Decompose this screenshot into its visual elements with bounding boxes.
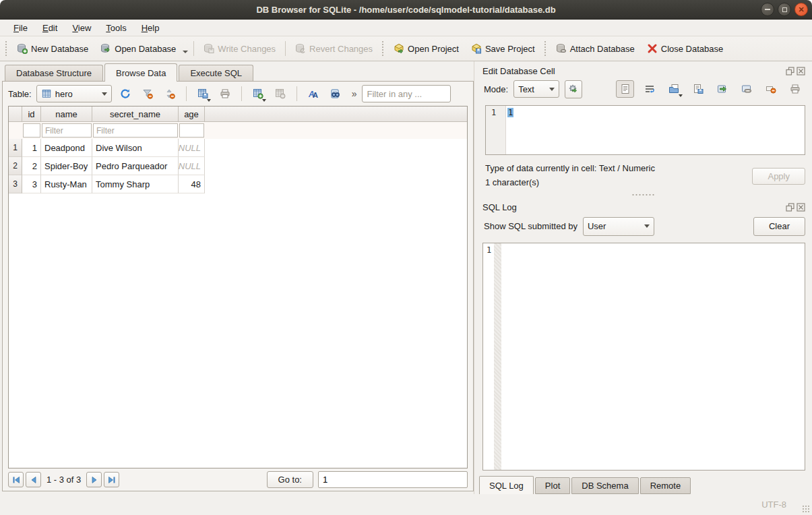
clear-sorting-button[interactable]	[161, 85, 179, 102]
float-dock-icon[interactable]	[786, 67, 794, 75]
last-record-button[interactable]	[104, 472, 119, 487]
save-table-button[interactable]	[194, 85, 212, 102]
refresh-button[interactable]	[117, 85, 134, 102]
open-database-dropdown-caret[interactable]	[183, 51, 188, 53]
word-wrap-button[interactable]	[640, 80, 658, 98]
column-header-id[interactable]: id	[22, 107, 41, 121]
cell-secret-name[interactable]: Tommy Sharp	[92, 175, 179, 193]
resize-grip[interactable]	[802, 505, 810, 513]
column-header-age[interactable]: age	[179, 107, 205, 121]
sql-source-select[interactable]: User	[583, 217, 654, 236]
toolbar-grip[interactable]	[544, 40, 547, 57]
table-row[interactable]: 3 3 Rusty-Man Tommy Sharp 48	[9, 175, 467, 193]
table-select[interactable]: hero	[36, 85, 112, 102]
font-settings-button[interactable]: AA	[305, 85, 322, 102]
tab-db-schema[interactable]: DB Schema	[571, 477, 638, 494]
tab-plot[interactable]: Plot	[535, 477, 570, 494]
clear-log-button[interactable]: Clear	[753, 217, 805, 236]
menu-view[interactable]: View	[65, 22, 98, 34]
first-record-button[interactable]	[8, 472, 24, 487]
float-dock-icon[interactable]	[786, 203, 794, 212]
next-record-button[interactable]	[86, 472, 102, 487]
sql-log-editor[interactable]: 1	[482, 243, 805, 471]
tab-sql-log[interactable]: SQL Log	[479, 476, 534, 494]
link-cell-button[interactable]	[737, 80, 755, 98]
close-button[interactable]: ✕	[794, 3, 808, 16]
close-dock-icon[interactable]	[797, 203, 805, 212]
menu-file[interactable]: File	[7, 22, 34, 34]
filter-input-age[interactable]	[179, 123, 204, 138]
chevron-down-icon	[644, 224, 650, 228]
cell-editor-content[interactable]: 1	[506, 106, 805, 154]
save-project-button[interactable]: Save Project	[466, 40, 540, 57]
cell-id[interactable]: 3	[22, 175, 41, 193]
toolbar-grip[interactable]	[5, 40, 8, 57]
grid-corner-cell[interactable]	[9, 107, 22, 121]
close-dock-icon[interactable]	[797, 67, 805, 75]
edit-cell-toolbar: Mode: Text	[478, 78, 807, 100]
new-database-icon	[17, 43, 28, 54]
close-database-button[interactable]: Close Database	[642, 40, 729, 57]
tab-execute-sql[interactable]: Execute SQL	[179, 65, 253, 81]
menu-tools[interactable]: Tools	[99, 22, 133, 34]
column-header-name[interactable]: name	[41, 107, 92, 121]
column-header-secret-name[interactable]: secret_name	[92, 107, 179, 121]
toolbar-overflow-chevron[interactable]: »	[352, 88, 357, 99]
cell-secret-name[interactable]: Pedro Parqueador	[92, 157, 179, 175]
table-row[interactable]: 1 1 Deadpond Dive Wilson NULL	[9, 139, 467, 157]
filter-input-name[interactable]	[42, 123, 92, 138]
filter-input-id[interactable]	[23, 123, 40, 138]
table-row[interactable]: 2 2 Spider-Boy Pedro Parqueador NULL	[9, 157, 467, 175]
goto-button[interactable]: Go to:	[267, 471, 313, 488]
cell-name[interactable]: Spider-Boy	[41, 157, 92, 175]
goto-record-input[interactable]	[318, 471, 468, 488]
cell-age[interactable]: NULL	[179, 157, 205, 175]
cell-secret-name[interactable]: Dive Wilson	[92, 139, 179, 157]
cell-name[interactable]: Rusty-Man	[41, 175, 92, 193]
right-pane: Edit Database Cell Mode: Text	[477, 61, 812, 494]
cell-age[interactable]: 48	[179, 175, 205, 193]
mode-select[interactable]: Text	[513, 80, 559, 98]
filter-any-column-input[interactable]	[362, 85, 451, 102]
cell-editor-icons	[616, 80, 804, 98]
clear-filters-button[interactable]	[139, 85, 156, 102]
new-database-button[interactable]: New Database	[11, 40, 94, 57]
tab-database-structure[interactable]: Database Structure	[5, 65, 103, 81]
cell-name[interactable]: Deadpond	[41, 139, 92, 157]
horizontal-splitter[interactable]	[478, 190, 807, 200]
row-number[interactable]: 3	[9, 175, 22, 193]
previous-record-button[interactable]	[26, 472, 41, 487]
encoding-indicator[interactable]: UTF-8	[761, 499, 786, 510]
auto-switch-mode-button[interactable]	[565, 80, 582, 98]
open-database-button[interactable]: Open Database	[95, 40, 181, 57]
toolbar-grip[interactable]	[381, 40, 385, 57]
filter-input-secret-name[interactable]	[93, 123, 178, 138]
find-in-table-button[interactable]	[327, 85, 344, 102]
maximize-button[interactable]	[778, 3, 791, 16]
cell-id[interactable]: 2	[22, 157, 41, 175]
apply-data-button[interactable]	[713, 80, 731, 98]
table-label: Table:	[8, 89, 32, 99]
minimize-button[interactable]	[761, 3, 774, 16]
row-number[interactable]: 1	[9, 139, 22, 157]
open-project-button[interactable]: Open Project	[388, 40, 464, 57]
insert-record-button[interactable]	[249, 85, 267, 102]
attach-database-button[interactable]: Attach Database	[551, 40, 640, 57]
print-cell-button[interactable]	[786, 80, 804, 98]
tab-browse-data[interactable]: Browse Data	[104, 63, 177, 82]
cell-age[interactable]: NULL	[179, 139, 205, 157]
text-mode-button[interactable]	[616, 80, 634, 98]
export-cell-button[interactable]	[689, 80, 707, 98]
set-null-button[interactable]	[761, 80, 780, 98]
import-cell-button[interactable]	[664, 80, 683, 98]
menu-edit[interactable]: Edit	[36, 22, 64, 34]
sql-log-fold-margin	[494, 243, 501, 470]
tab-remote[interactable]: Remote	[640, 477, 691, 494]
row-number[interactable]: 2	[9, 157, 22, 175]
menu-help[interactable]: Help	[135, 22, 166, 34]
cell-id[interactable]: 1	[22, 139, 41, 157]
print-button[interactable]	[216, 85, 234, 102]
word-wrap-icon	[644, 84, 655, 94]
cell-editor[interactable]: 1 1	[485, 105, 805, 155]
sql-log-content[interactable]	[501, 243, 805, 470]
